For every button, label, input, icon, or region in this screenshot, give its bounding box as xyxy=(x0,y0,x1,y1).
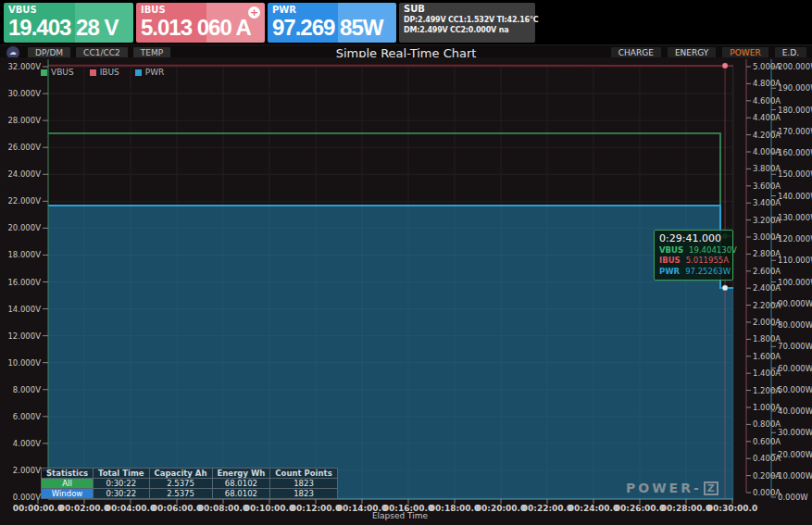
svg-text:2.400A: 2.400A xyxy=(753,283,781,293)
svg-text:32.000V: 32.000V xyxy=(7,62,41,71)
pwr-swatch-icon xyxy=(135,69,142,76)
svg-text:3.000A: 3.000A xyxy=(753,232,781,242)
tooltip-time: 0:29:41.000 xyxy=(659,232,728,244)
series-area-pwr xyxy=(48,206,733,499)
pwr-value: 97.269 85W xyxy=(272,16,392,40)
svg-text:4.000A: 4.000A xyxy=(753,147,781,156)
svg-text:90.000W: 90.000W xyxy=(778,299,812,308)
sub-line-1: DP:2.499V CC1:1.532V TI:42.16°C xyxy=(404,16,531,24)
svg-text:1.600A: 1.600A xyxy=(753,352,781,361)
pwr-meter-card: PWR 97.269 85W xyxy=(268,3,396,43)
svg-text:70.000W: 70.000W xyxy=(778,342,812,351)
svg-text:0.000A: 0.000A xyxy=(753,488,781,497)
legend-item-vbus[interactable]: VBUS xyxy=(41,68,74,77)
stats-header-cell: Capacity Ah xyxy=(149,469,212,479)
svg-text:4.000V: 4.000V xyxy=(13,439,41,448)
tooltip-row-ibus: IBUS 5.011955A xyxy=(659,256,728,266)
stats-header-row: Statistics Total Time Capacity Ah Energy… xyxy=(42,469,338,479)
svg-text:14.000V: 14.000V xyxy=(7,305,41,314)
svg-text:4.200A: 4.200A xyxy=(753,131,781,140)
svg-text:24.000V: 24.000V xyxy=(7,169,41,179)
ibus-meter-card: IBUS + 5.013 060 A xyxy=(136,3,265,43)
stats-cell: 2.5375 xyxy=(149,479,212,489)
realtime-chart[interactable]: 32.000V30.000V28.000V26.000V24.000V22.00… xyxy=(0,57,812,525)
stats-header-cell: Statistics xyxy=(42,469,94,479)
svg-text:180.000W: 180.000W xyxy=(778,106,812,115)
svg-text:18.000V: 18.000V xyxy=(7,250,41,259)
svg-text:26.000V: 26.000V xyxy=(7,143,41,152)
svg-text:0.400A: 0.400A xyxy=(753,454,781,463)
stats-header-cell: Energy Wh xyxy=(212,469,270,479)
watermark-text: POWER- xyxy=(626,481,702,495)
svg-text:200.000W: 200.000W xyxy=(778,62,812,71)
svg-text:30.000V: 30.000V xyxy=(7,89,41,98)
watermark-z-box: Z xyxy=(704,481,718,495)
svg-text:0.200A: 0.200A xyxy=(753,471,781,481)
svg-text:140.000W: 140.000W xyxy=(778,192,812,201)
svg-text:0.000W: 0.000W xyxy=(778,493,808,502)
stats-header-cell: Count Points xyxy=(270,469,337,479)
svg-text:3.400A: 3.400A xyxy=(753,198,781,207)
tooltip-row-pwr: PWR 97.25263W xyxy=(659,267,728,277)
stats-row-window: Window 0:30:22 2.5375 68.0102 1823 xyxy=(42,489,338,499)
svg-text:5.000A: 5.000A xyxy=(753,62,781,71)
svg-text:60.000W: 60.000W xyxy=(778,364,812,373)
sub-line-2: DM:2.499V CC2:0.000V na xyxy=(404,26,531,34)
svg-text:2.200A: 2.200A xyxy=(753,301,781,310)
add-icon[interactable]: + xyxy=(248,6,260,19)
svg-text:3.200A: 3.200A xyxy=(753,216,781,225)
powerz-watermark: POWER-Z xyxy=(626,481,718,495)
statistics-table: Statistics Total Time Capacity Ah Energy… xyxy=(41,468,338,499)
svg-text:4.800A: 4.800A xyxy=(753,79,781,88)
svg-text:28.000V: 28.000V xyxy=(7,116,41,125)
svg-text:190.000W: 190.000W xyxy=(778,83,812,93)
chart-legend: VBUS IBUS PWR xyxy=(41,68,164,77)
app-window: VBUS 19.403 28 V IBUS + 5.013 060 A PWR … xyxy=(0,0,812,525)
sub-readings-card: SUB DP:2.499V CC1:1.532V TI:42.16°C DM:2… xyxy=(399,3,535,43)
svg-text:100.000W: 100.000W xyxy=(778,278,812,287)
stats-cell: 0:30:22 xyxy=(94,479,150,489)
svg-text:3.600A: 3.600A xyxy=(753,181,781,191)
svg-text:0.800A: 0.800A xyxy=(753,419,781,429)
vbus-value: 19.403 28 V xyxy=(8,16,129,40)
stats-cell: 2.5375 xyxy=(149,489,212,499)
svg-text:1.200A: 1.200A xyxy=(753,386,781,395)
svg-text:130.000W: 130.000W xyxy=(778,213,812,222)
stats-cell: 1823 xyxy=(270,489,337,499)
svg-text:0.000V: 0.000V xyxy=(13,493,41,502)
meter-bar: VBUS 19.403 28 V IBUS + 5.013 060 A PWR … xyxy=(0,0,812,45)
svg-text:20.000V: 20.000V xyxy=(7,223,41,232)
svg-text:12.000V: 12.000V xyxy=(7,331,41,341)
legend-item-pwr[interactable]: PWR xyxy=(135,68,165,77)
svg-text:110.000W: 110.000W xyxy=(778,256,812,265)
svg-text:160.000W: 160.000W xyxy=(778,148,812,157)
legend-item-ibus[interactable]: IBUS xyxy=(90,68,119,77)
svg-text:50.000W: 50.000W xyxy=(778,385,812,394)
svg-text:22.000V: 22.000V xyxy=(7,196,41,206)
svg-text:1.400A: 1.400A xyxy=(753,369,781,378)
svg-text:40.000W: 40.000W xyxy=(778,406,812,416)
svg-text:80.000W: 80.000W xyxy=(778,320,812,330)
tooltip-row-vbus: VBUS 19.404130V xyxy=(659,245,728,256)
stats-header-cell: Total Time xyxy=(94,469,150,479)
vbus-swatch-icon xyxy=(41,69,47,76)
legend-label: IBUS xyxy=(100,68,119,77)
vbus-meter-card: VBUS 19.403 28 V xyxy=(4,3,133,43)
ibus-label: IBUS xyxy=(141,5,260,15)
y-axis-power: 200.000W190.000W180.000W170.000W160.000W… xyxy=(771,62,812,502)
legend-label: PWR xyxy=(145,68,165,77)
stats-row-all: All 0:30:22 2.5375 68.0102 1823 xyxy=(42,479,338,489)
vbus-label: VBUS xyxy=(8,5,129,15)
legend-label: VBUS xyxy=(51,68,74,77)
stats-cell: 0:30:22 xyxy=(94,489,150,499)
svg-text:6.000V: 6.000V xyxy=(13,412,41,421)
crosshair-dot-ibus xyxy=(722,63,728,69)
svg-text:2.000V: 2.000V xyxy=(13,466,41,475)
stats-cell: 68.0102 xyxy=(212,479,270,489)
chart-tooltip: 0:29:41.000 VBUS 19.404130V IBUS 5.01195… xyxy=(654,230,733,281)
svg-text:2.600A: 2.600A xyxy=(753,267,781,276)
svg-text:10.000W: 10.000W xyxy=(778,471,812,481)
sub-label: SUB xyxy=(404,4,531,14)
svg-text:16.000V: 16.000V xyxy=(7,278,41,287)
x-axis-title: Elapsed Time xyxy=(0,511,800,520)
